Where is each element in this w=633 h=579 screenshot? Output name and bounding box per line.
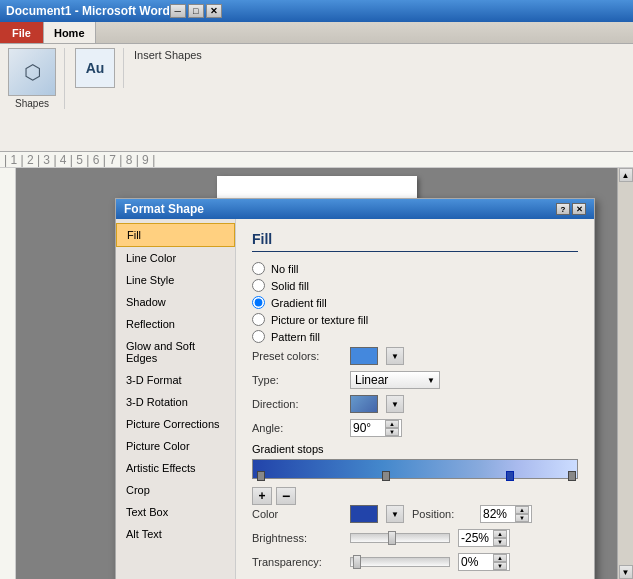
ruler-marks: | 1 | 2 | 3 | 4 | 5 | 6 | 7 | 8 | 9 |	[4, 153, 155, 167]
position-spin-down[interactable]: ▼	[515, 514, 529, 522]
right-scrollbar: ▲ ▼	[617, 168, 633, 579]
no-fill-radio[interactable]	[252, 262, 265, 275]
nav-item-picture-color[interactable]: Picture Color	[116, 435, 235, 457]
position-spinbox[interactable]: 82% ▲ ▼	[480, 505, 532, 523]
ribbon-content: ⬡ Shapes Au Insert Shapes	[0, 44, 633, 113]
gradient-stops-label: Gradient stops	[252, 443, 578, 455]
no-fill-option: No fill	[252, 262, 578, 275]
transparency-spin-up[interactable]: ▲	[493, 554, 507, 562]
panel-title: Fill	[252, 231, 578, 252]
tab-home[interactable]: Home	[44, 22, 96, 43]
ribbon-tabs: File Home	[0, 22, 633, 44]
stop-marker-3[interactable]	[506, 471, 514, 481]
nav-item-line-color[interactable]: Line Color	[116, 247, 235, 269]
minimize-button[interactable]: ─	[170, 4, 186, 18]
dialog-title-bar: Format Shape ? ✕	[116, 199, 594, 219]
gradient-fill-radio[interactable]	[252, 296, 265, 309]
dialog-help-button[interactable]: ?	[556, 203, 570, 215]
transparency-slider[interactable]	[350, 557, 450, 567]
color-btn[interactable]	[350, 505, 378, 523]
color-label: Color	[252, 508, 342, 520]
insert-shapes-group: Insert Shapes	[134, 48, 202, 62]
nav-item-line-style[interactable]: Line Style	[116, 269, 235, 291]
maximize-button[interactable]: □	[188, 4, 204, 18]
angle-spinbox[interactable]: 90° ▲ ▼	[350, 419, 402, 437]
transparency-spinbox[interactable]: 0% ▲ ▼	[458, 553, 510, 571]
picture-fill-label: Picture or texture fill	[271, 314, 368, 326]
preset-colors-arrow[interactable]: ▼	[386, 347, 404, 365]
brightness-spin-arrows: ▲ ▼	[493, 530, 507, 546]
picture-fill-radio[interactable]	[252, 313, 265, 326]
transparency-row: Transparency: 0% ▲ ▼	[252, 553, 578, 571]
pattern-fill-radio[interactable]	[252, 330, 265, 343]
type-value: Linear	[355, 373, 388, 387]
stop-marker-4[interactable]	[568, 471, 576, 481]
nav-item-text-box[interactable]: Text Box	[116, 501, 235, 523]
nav-item-glow[interactable]: Glow and Soft Edges	[116, 335, 235, 369]
brightness-spin-down[interactable]: ▼	[493, 538, 507, 546]
transparency-thumb[interactable]	[353, 555, 361, 569]
tab-file[interactable]: File	[0, 22, 44, 43]
title-bar: Document1 - Microsoft Word ─ □ ✕	[0, 0, 633, 22]
position-spin-up[interactable]: ▲	[515, 506, 529, 514]
direction-row: Direction: ▼	[252, 395, 578, 413]
nav-item-3d-format[interactable]: 3-D Format	[116, 369, 235, 391]
position-spin-arrows: ▲ ▼	[515, 506, 529, 522]
stop-marker-1[interactable]	[257, 471, 265, 481]
position-value: 82%	[483, 507, 507, 521]
brightness-spin-up[interactable]: ▲	[493, 530, 507, 538]
type-dropdown-arrow: ▼	[427, 376, 435, 385]
gradient-fill-label: Gradient fill	[271, 297, 327, 309]
nav-item-artistic-effects[interactable]: Artistic Effects	[116, 457, 235, 479]
type-label: Type:	[252, 374, 342, 386]
preset-colors-row: Preset colors: ▼	[252, 347, 578, 365]
direction-btn[interactable]	[350, 395, 378, 413]
transparency-value: 0%	[461, 555, 478, 569]
brightness-spinbox[interactable]: -25% ▲ ▼	[458, 529, 510, 547]
type-dropdown[interactable]: Linear ▼	[350, 371, 440, 389]
direction-arrow[interactable]: ▼	[386, 395, 404, 413]
nav-item-crop[interactable]: Crop	[116, 479, 235, 501]
gradient-bar[interactable]	[252, 459, 578, 479]
nav-item-shadow[interactable]: Shadow	[116, 291, 235, 313]
transparency-slider-container	[350, 557, 450, 567]
nav-item-3d-rotation[interactable]: 3-D Rotation	[116, 391, 235, 413]
gradient-bar-container	[252, 459, 578, 479]
scroll-down-button[interactable]: ▼	[619, 565, 633, 579]
nav-item-alt-text[interactable]: Alt Text	[116, 523, 235, 545]
close-button[interactable]: ✕	[206, 4, 222, 18]
color-arrow[interactable]: ▼	[386, 505, 404, 523]
insert-shapes-label: Insert Shapes	[134, 49, 202, 61]
au-group: Au	[75, 48, 124, 88]
right-panel: Fill No fill Solid fill Gradient fill Pi…	[236, 219, 594, 579]
remove-stop-button[interactable]: −	[276, 487, 296, 505]
pattern-fill-option: Pattern fill	[252, 330, 578, 343]
solid-fill-label: Solid fill	[271, 280, 309, 292]
preset-colors-btn[interactable]	[350, 347, 378, 365]
pattern-fill-label: Pattern fill	[271, 331, 320, 343]
brightness-label: Brightness:	[252, 532, 342, 544]
angle-label: Angle:	[252, 422, 342, 434]
nav-item-picture-corrections[interactable]: Picture Corrections	[116, 413, 235, 435]
angle-spin-arrows: ▲ ▼	[385, 420, 399, 436]
angle-row: Angle: 90° ▲ ▼	[252, 419, 578, 437]
brightness-slider-container	[350, 533, 450, 543]
stop-marker-2[interactable]	[382, 471, 390, 481]
angle-value: 90°	[353, 421, 371, 435]
nav-item-reflection[interactable]: Reflection	[116, 313, 235, 335]
transparency-spin-down[interactable]: ▼	[493, 562, 507, 570]
angle-spin-down[interactable]: ▼	[385, 428, 399, 436]
scroll-up-button[interactable]: ▲	[619, 168, 633, 182]
shapes-icon[interactable]: ⬡	[8, 48, 56, 96]
title-bar-controls: ─ □ ✕	[170, 4, 222, 18]
brightness-slider[interactable]	[350, 533, 450, 543]
angle-spin-up[interactable]: ▲	[385, 420, 399, 428]
au-icon[interactable]: Au	[75, 48, 115, 88]
ribbon-area: File Home ⬡ Shapes Au Insert Shapes	[0, 22, 633, 152]
nav-item-fill[interactable]: Fill	[116, 223, 235, 247]
left-ruler	[0, 168, 16, 579]
solid-fill-radio[interactable]	[252, 279, 265, 292]
dialog-close-button[interactable]: ✕	[572, 203, 586, 215]
add-stop-button[interactable]: +	[252, 487, 272, 505]
brightness-thumb[interactable]	[388, 531, 396, 545]
